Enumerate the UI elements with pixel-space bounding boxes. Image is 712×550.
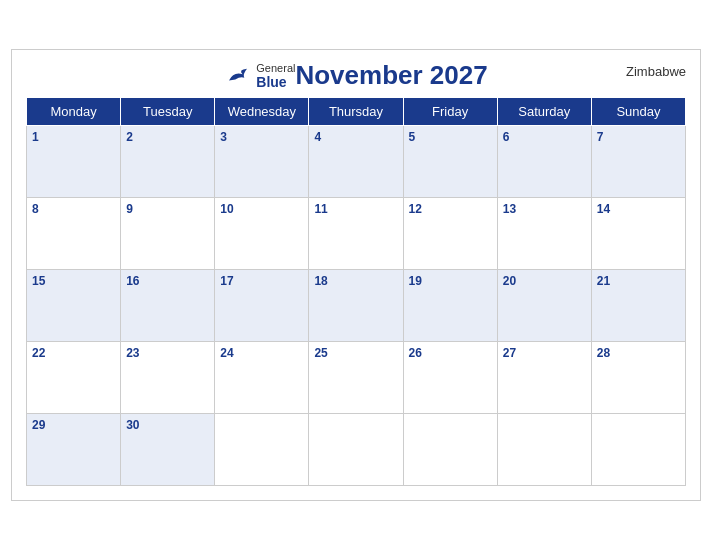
calendar-day-cell: 19 xyxy=(403,270,497,342)
calendar-day-cell: 29 xyxy=(27,414,121,486)
calendar-day-cell: 5 xyxy=(403,126,497,198)
calendar-day-cell: 23 xyxy=(121,342,215,414)
calendar-table: Monday Tuesday Wednesday Thursday Friday… xyxy=(26,97,686,486)
calendar-container: General Blue November 2027 Zimbabwe Mond… xyxy=(11,49,701,501)
calendar-day-cell xyxy=(591,414,685,486)
logo-area: General Blue xyxy=(224,62,295,90)
calendar-day-cell: 28 xyxy=(591,342,685,414)
calendar-day-cell: 26 xyxy=(403,342,497,414)
weekday-header-row: Monday Tuesday Wednesday Thursday Friday… xyxy=(27,98,686,126)
calendar-week-row: 15161718192021 xyxy=(27,270,686,342)
calendar-week-row: 22232425262728 xyxy=(27,342,686,414)
calendar-day-cell: 30 xyxy=(121,414,215,486)
calendar-day-cell: 25 xyxy=(309,342,403,414)
calendar-day-cell: 11 xyxy=(309,198,403,270)
calendar-day-cell: 12 xyxy=(403,198,497,270)
calendar-day-cell: 27 xyxy=(497,342,591,414)
logo-blue-text: Blue xyxy=(256,74,286,90)
logo-text: General Blue xyxy=(256,62,295,90)
header-monday: Monday xyxy=(27,98,121,126)
calendar-day-cell: 15 xyxy=(27,270,121,342)
country-label: Zimbabwe xyxy=(626,64,686,79)
calendar-day-cell: 7 xyxy=(591,126,685,198)
calendar-day-cell: 9 xyxy=(121,198,215,270)
calendar-day-cell: 24 xyxy=(215,342,309,414)
calendar-day-cell: 17 xyxy=(215,270,309,342)
header-sunday: Sunday xyxy=(591,98,685,126)
calendar-day-cell: 10 xyxy=(215,198,309,270)
calendar-week-row: 2930 xyxy=(27,414,686,486)
calendar-week-row: 1234567 xyxy=(27,126,686,198)
calendar-day-cell: 1 xyxy=(27,126,121,198)
calendar-day-cell: 14 xyxy=(591,198,685,270)
calendar-day-cell xyxy=(215,414,309,486)
header-wednesday: Wednesday xyxy=(215,98,309,126)
calendar-day-cell: 4 xyxy=(309,126,403,198)
calendar-day-cell: 8 xyxy=(27,198,121,270)
calendar-week-row: 891011121314 xyxy=(27,198,686,270)
calendar-day-cell: 22 xyxy=(27,342,121,414)
header-thursday: Thursday xyxy=(309,98,403,126)
logo-general-text: General xyxy=(256,62,295,74)
calendar-title: November 2027 xyxy=(295,60,487,91)
calendar-day-cell xyxy=(403,414,497,486)
header-saturday: Saturday xyxy=(497,98,591,126)
header-friday: Friday xyxy=(403,98,497,126)
calendar-day-cell: 13 xyxy=(497,198,591,270)
logo-bird-icon xyxy=(224,67,252,85)
calendar-day-cell: 3 xyxy=(215,126,309,198)
calendar-day-cell: 16 xyxy=(121,270,215,342)
calendar-day-cell xyxy=(497,414,591,486)
calendar-day-cell: 20 xyxy=(497,270,591,342)
calendar-day-cell: 18 xyxy=(309,270,403,342)
calendar-day-cell: 6 xyxy=(497,126,591,198)
calendar-day-cell xyxy=(309,414,403,486)
header-tuesday: Tuesday xyxy=(121,98,215,126)
calendar-header: General Blue November 2027 Zimbabwe xyxy=(26,60,686,91)
calendar-day-cell: 2 xyxy=(121,126,215,198)
calendar-day-cell: 21 xyxy=(591,270,685,342)
